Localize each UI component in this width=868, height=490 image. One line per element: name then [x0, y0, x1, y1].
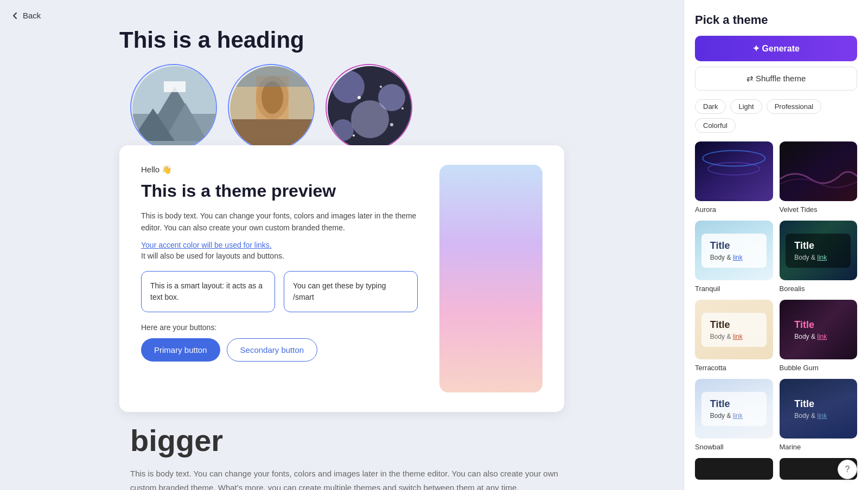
velvet-preview-svg	[780, 141, 858, 201]
tranquil-title: Title	[710, 240, 758, 252]
preview-gradient-decoration	[439, 165, 542, 392]
theme-grid: Aurora	[695, 141, 857, 452]
svg-point-23	[353, 134, 355, 137]
theme-item-velvet[interactable]: Velvet Tides	[780, 141, 858, 214]
help-label: ?	[845, 465, 850, 474]
marine-link: link	[817, 412, 827, 420]
lower-section: bigger This is body text. You can change…	[108, 423, 575, 490]
theme-item-terracotta[interactable]: Title Body & link Terracotta	[695, 300, 773, 372]
tranquil-label: Tranquil	[695, 285, 720, 293]
terracotta-title: Title	[710, 319, 758, 331]
sidebar-title: Pick a theme	[695, 13, 857, 27]
smart-box-2[interactable]: You can get these by typing /smart	[284, 271, 418, 312]
preview-title: This is a theme preview	[141, 181, 418, 201]
terracotta-body: Body & link	[710, 333, 758, 340]
svg-point-19	[332, 119, 354, 141]
buttons-row: Primary button Secondary button	[141, 338, 418, 362]
snowball-link: link	[733, 412, 743, 420]
theme-item-borealis[interactable]: Title Body & link Borealis	[780, 221, 858, 293]
generate-button[interactable]: ✦ Generate	[695, 36, 857, 61]
marine-thumbnail: Title Body & link	[780, 379, 858, 439]
primary-button[interactable]: Primary button	[141, 338, 220, 362]
theme-item-snowball[interactable]: Title Body & link Snowball	[695, 379, 773, 452]
tranquil-thumbnail: Title Body & link	[695, 221, 773, 280]
svg-point-24	[401, 107, 404, 109]
borealis-link: link	[817, 254, 827, 261]
back-arrow-icon	[11, 11, 20, 20]
circle-image-2	[228, 64, 315, 151]
filter-tabs: Dark Light Professional Colorful	[695, 99, 857, 133]
velvet-label: Velvet Tides	[780, 205, 818, 214]
borealis-thumbnail: Title Body & link	[780, 221, 858, 280]
aurora-label: Aurora	[695, 205, 716, 214]
back-label: Back	[23, 11, 41, 20]
theme-item-tranquil[interactable]: Title Body & link Tranquil	[695, 221, 773, 293]
filter-tab-colorful[interactable]: Colorful	[695, 118, 736, 133]
shuffle-button[interactable]: ⇄ Shuffle theme	[695, 67, 857, 91]
tranquil-link: link	[733, 254, 743, 261]
marine-label: Marine	[780, 443, 801, 451]
help-button[interactable]: ?	[838, 460, 857, 479]
svg-point-22	[390, 123, 393, 126]
tranquil-inner: Title Body & link	[701, 234, 767, 268]
secondary-button[interactable]: Secondary button	[227, 338, 318, 362]
terracotta-inner: Title Body & link	[701, 313, 767, 347]
circle-image-3	[326, 64, 412, 151]
bottom-thumb-row	[695, 458, 857, 480]
bubblegum-thumbnail: Title Body & link	[780, 300, 858, 359]
page-scroll: This is a heading	[98, 0, 586, 490]
theme-item-marine[interactable]: Title Body & link Marine	[780, 379, 858, 452]
filter-tab-light[interactable]: Light	[730, 99, 762, 114]
velvet-thumbnail	[780, 141, 858, 201]
main-heading: This is a heading	[119, 27, 564, 53]
borealis-title: Title	[794, 240, 842, 252]
marine-body: Body & link	[794, 412, 842, 420]
content-area: Back This is a heading	[0, 0, 684, 490]
snowball-inner: Title Body & link	[701, 392, 767, 426]
arch-svg	[229, 65, 315, 151]
circle-image-1	[130, 64, 217, 151]
tranquil-body: Body & link	[710, 254, 758, 261]
accent-subtext: It will also be used for layouts and but…	[141, 252, 418, 260]
bigger-heading: bigger	[130, 423, 564, 458]
terracotta-label: Terracotta	[695, 364, 726, 372]
svg-point-21	[380, 86, 382, 88]
circles-row	[119, 64, 564, 151]
borealis-body: Body & link	[794, 254, 842, 261]
snowball-thumbnail: Title Body & link	[695, 379, 773, 439]
bubblegum-inner: Title Body & link	[786, 313, 851, 347]
svg-point-18	[351, 100, 389, 138]
back-button[interactable]: Back	[11, 11, 41, 20]
bubblegum-label: Bubble Gum	[780, 364, 819, 372]
smart-boxes: This is a smart layout: it acts as a tex…	[141, 271, 418, 312]
snowball-title: Title	[710, 398, 758, 410]
marine-inner: Title Body & link	[786, 392, 851, 426]
terracotta-thumbnail: Title Body & link	[695, 300, 773, 359]
theme-item-aurora[interactable]: Aurora	[695, 141, 773, 214]
theme-item-bubblegum[interactable]: Title Body & link Bubble Gum	[780, 300, 858, 372]
sidebar: Pick a theme ✦ Generate ⇄ Shuffle theme …	[684, 0, 868, 490]
body-text: This is body text. You can change your f…	[141, 210, 418, 234]
borealis-inner: Title Body & link	[786, 234, 851, 268]
svg-rect-13	[229, 65, 315, 87]
aurora-thumbnail	[695, 141, 773, 201]
filter-tab-professional[interactable]: Professional	[767, 99, 822, 114]
accent-link[interactable]: Your accent color will be used for links…	[141, 241, 418, 249]
buttons-label: Here are your buttons:	[141, 323, 418, 332]
app-container: Back This is a heading	[0, 0, 868, 490]
smart-box-1[interactable]: This is a smart layout: it acts as a tex…	[141, 271, 275, 312]
snowball-body: Body & link	[710, 412, 758, 420]
aurora-preview-svg	[695, 141, 773, 201]
mountain-svg	[131, 65, 217, 151]
preview-card-left: Hello 👋 This is a theme preview This is …	[141, 165, 418, 392]
dark-thumb-1[interactable]	[695, 458, 773, 480]
bubblegum-title: Title	[794, 319, 842, 331]
snowball-label: Snowball	[695, 443, 724, 451]
lower-body-text: This is body text. You can change your f…	[130, 467, 564, 490]
svg-point-20	[358, 96, 361, 99]
bubblegum-link: link	[817, 333, 827, 340]
heading-section: This is a heading	[108, 11, 575, 156]
terracotta-link: link	[733, 333, 743, 340]
filter-tab-dark[interactable]: Dark	[695, 99, 726, 114]
borealis-label: Borealis	[780, 285, 805, 293]
